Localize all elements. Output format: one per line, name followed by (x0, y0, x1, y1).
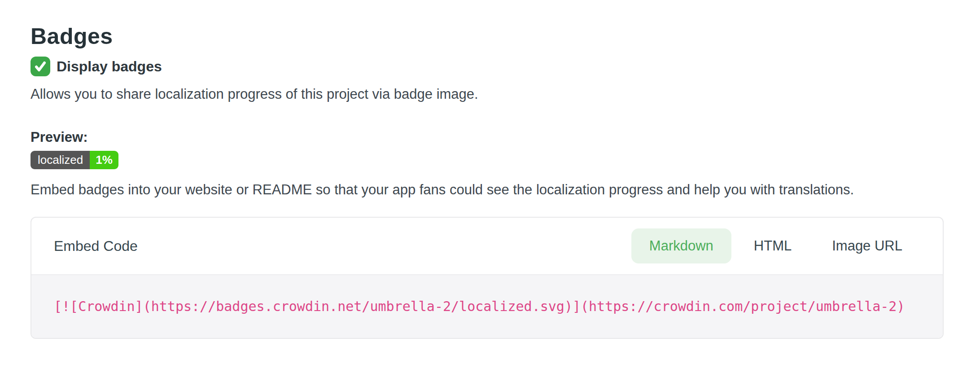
checkmark-icon (34, 60, 47, 73)
display-badges-description: Allows you to share localization progres… (31, 84, 948, 104)
tab-markdown[interactable]: Markdown (631, 228, 731, 263)
embed-format-tabs: Markdown HTML Image URL (631, 228, 920, 263)
display-badges-label[interactable]: Display badges (57, 58, 162, 75)
embed-code-title: Embed Code (54, 238, 138, 254)
badge-name: localized (31, 151, 90, 169)
embed-card-header: Embed Code Markdown HTML Image URL (31, 218, 943, 275)
display-badges-checkbox[interactable] (31, 57, 50, 76)
embed-description: Embed badges into your website or README… (31, 180, 948, 200)
badge-value: 1% (90, 151, 118, 169)
embed-code-body: [![Crowdin](https://badges.crowdin.net/u… (31, 275, 943, 338)
embed-code-card: Embed Code Markdown HTML Image URL [![Cr… (31, 217, 944, 339)
preview-label: Preview: (31, 129, 948, 145)
embed-code-snippet[interactable]: [![Crowdin](https://badges.crowdin.net/u… (54, 297, 920, 316)
tab-html[interactable]: HTML (736, 228, 809, 263)
localization-badge: localized 1% (31, 151, 118, 169)
display-badges-row: Display badges (31, 57, 948, 76)
badges-settings-section: Badges Display badges Allows you to shar… (0, 0, 980, 339)
page-title: Badges (31, 22, 948, 50)
tab-image-url[interactable]: Image URL (814, 228, 920, 263)
